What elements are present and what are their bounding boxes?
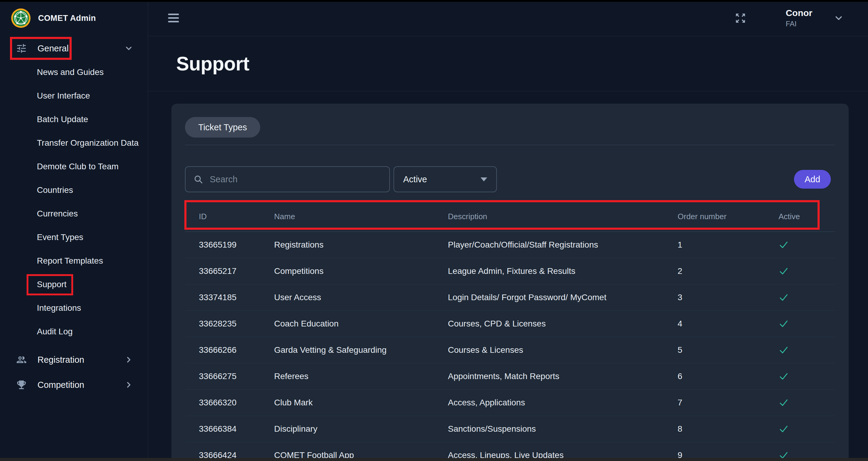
cell-active: [774, 318, 835, 329]
check-icon: [779, 240, 789, 250]
chevron-down-icon[interactable]: [834, 13, 844, 23]
cell-description: Appointments, Match Reports: [448, 371, 675, 381]
user-organization: FAI: [786, 20, 812, 28]
sidebar-item-label: Competition: [37, 380, 84, 390]
cell-id: 33665199: [185, 240, 274, 250]
sidebar: COMET Admin General News and Guides User…: [0, 0, 148, 461]
app-title: COMET Admin: [38, 13, 96, 23]
sidebar-item[interactable]: Integrations: [0, 296, 148, 320]
check-icon: [779, 318, 789, 329]
cell-order-number: 4: [675, 319, 774, 329]
people-icon: [16, 354, 27, 366]
cell-description: Player/Coach/Official/Staff Registration…: [448, 240, 675, 250]
table-row[interactable]: 33665217 Competitions League Admin, Fixt…: [185, 258, 835, 284]
active-filter-select[interactable]: Active: [394, 166, 497, 192]
cell-name: Referees: [274, 371, 448, 381]
sidebar-item[interactable]: Audit Log: [0, 320, 148, 343]
trophy-icon: [16, 379, 27, 391]
search-input[interactable]: [210, 175, 381, 184]
sidebar-item-general[interactable]: General: [0, 36, 148, 60]
hamburger-menu-icon[interactable]: [168, 13, 179, 22]
table-row[interactable]: 33666275 Referees Appointments, Match Re…: [185, 363, 835, 390]
check-icon: [779, 371, 789, 381]
cell-active: [774, 371, 835, 381]
table-row[interactable]: 33374185 User Access Login Details/ Forg…: [185, 284, 835, 311]
column-header-order-number: Order number: [675, 212, 774, 221]
cell-active: [774, 398, 835, 408]
sidebar-item[interactable]: News and Guides: [0, 60, 148, 84]
cell-id: 33666320: [185, 398, 274, 407]
sidebar-general-submenu: News and Guides User Interface Batch Upd…: [0, 60, 148, 343]
cell-name: Disciplinary: [274, 424, 448, 434]
cell-name: User Access: [274, 293, 448, 302]
chevron-down-icon: [124, 44, 133, 53]
card-divider: [185, 145, 835, 145]
sidebar-item[interactable]: Demote Club to Team: [0, 155, 148, 178]
chevron-right-icon: [124, 355, 133, 364]
user-name: Conor: [786, 8, 812, 19]
sidebar-item[interactable]: Event Types: [0, 225, 148, 249]
check-icon: [779, 398, 789, 408]
cell-active: [774, 240, 835, 250]
cell-description: Access, Applications: [448, 398, 675, 407]
screen-edge-top: [0, 0, 868, 2]
main-area: Conor FAI Support Ticket Types: [148, 0, 868, 461]
cell-order-number: 8: [675, 424, 774, 434]
cell-id: 33374185: [185, 293, 274, 302]
cell-order-number: 6: [675, 371, 774, 381]
topbar: Conor FAI: [148, 0, 868, 36]
fullscreen-icon[interactable]: [735, 12, 746, 24]
sliders-icon: [16, 42, 27, 54]
cell-active: [774, 292, 835, 303]
column-header-name: Name: [274, 212, 448, 221]
column-header-id: ID: [185, 212, 274, 221]
table-body: 33665199 Registrations Player/Coach/Offi…: [185, 232, 835, 461]
ticket-types-card: Ticket Types Active Add ID Nam: [172, 104, 849, 461]
sidebar-item[interactable]: Countries: [0, 178, 148, 202]
cell-description: Courses, CPD & Licenses: [448, 319, 675, 329]
sidebar-item[interactable]: Support: [0, 273, 148, 296]
search-box: [185, 166, 390, 192]
ticket-types-table: ID Name Description Order number Active …: [185, 202, 835, 461]
sidebar-item[interactable]: User Interface: [0, 84, 148, 107]
page-title: Support: [176, 53, 249, 75]
chevron-right-icon: [124, 380, 133, 389]
caret-down-icon: [480, 178, 487, 181]
sidebar-item-competition[interactable]: Competition: [0, 372, 148, 398]
content: Ticket Types Active Add ID Nam: [148, 91, 868, 461]
table-row[interactable]: 33665199 Registrations Player/Coach/Offi…: [185, 232, 835, 258]
app-logo-row: COMET Admin: [0, 0, 148, 36]
search-icon: [193, 175, 203, 184]
cell-name: Club Mark: [274, 398, 448, 407]
cell-id: 33666384: [185, 424, 274, 434]
tab-ticket-types[interactable]: Ticket Types: [185, 117, 260, 137]
cell-active: [774, 424, 835, 434]
check-icon: [779, 345, 789, 355]
table-row[interactable]: 33666384 Disciplinary Sanctions/Suspensi…: [185, 416, 835, 442]
sidebar-item[interactable]: Report Templates: [0, 249, 148, 273]
sidebar-item-registration[interactable]: Registration: [0, 348, 148, 372]
sidebar-item[interactable]: Transfer Organization Data: [0, 131, 148, 155]
sidebar-item-label: General: [37, 43, 69, 54]
table-row[interactable]: 33628235 Coach Education Courses, CPD & …: [185, 311, 835, 337]
column-header-active: Active: [774, 212, 835, 221]
add-button[interactable]: Add: [794, 170, 831, 189]
table-controls: Active Add: [185, 166, 835, 192]
cell-id: 33666266: [185, 345, 274, 355]
cell-description: Sanctions/Suspensions: [448, 424, 675, 434]
sidebar-item-label: Registration: [37, 355, 84, 365]
check-icon: [779, 424, 789, 434]
user-menu[interactable]: Conor FAI: [786, 8, 812, 28]
sidebar-item[interactable]: Batch Update: [0, 107, 148, 131]
cell-name: Garda Vetting & Safeguarding: [274, 345, 448, 355]
cell-id: 33666275: [185, 371, 274, 381]
cell-description: Login Details/ Forgot Password/ MyComet: [448, 293, 675, 302]
cell-order-number: 1: [675, 240, 774, 250]
table-row[interactable]: 33666320 Club Mark Access, Applications …: [185, 390, 835, 416]
cell-name: Competitions: [274, 266, 448, 276]
cell-order-number: 2: [675, 266, 774, 276]
screen-edge-bottom: [0, 458, 868, 461]
sidebar-item[interactable]: Currencies: [0, 202, 148, 225]
cell-id: 33665217: [185, 266, 274, 276]
table-row[interactable]: 33666266 Garda Vetting & Safeguarding Co…: [185, 337, 835, 363]
